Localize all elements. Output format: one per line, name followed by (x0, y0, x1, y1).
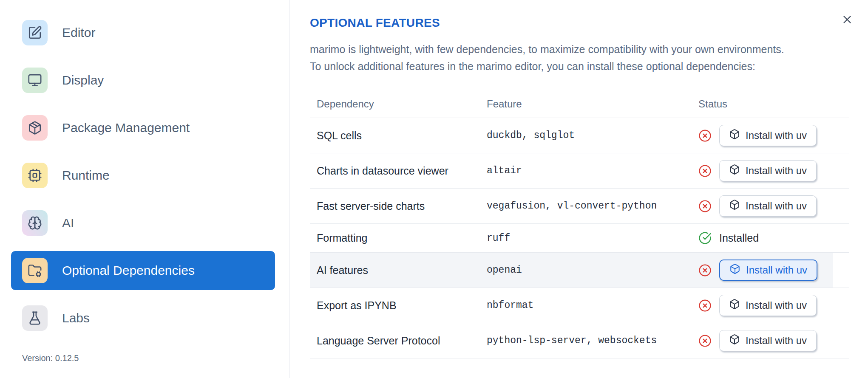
sidebar-item-optional-dependencies[interactable]: Optional Dependencies (11, 251, 275, 290)
sidebar-item-label: Runtime (62, 168, 110, 183)
status-cell: Installed (698, 231, 849, 245)
install-button-label: Install with uv (746, 200, 807, 212)
description-line-1: marimo is lightweight, with few dependen… (310, 43, 784, 55)
sidebar-item-package-management[interactable]: Package Management (11, 108, 275, 147)
sidebar-item-label: Display (62, 73, 104, 87)
table-row: Formatting ruff Installed (310, 224, 849, 253)
feature-cell: nbformat (487, 300, 698, 311)
feature-cell: duckdb, sqlglot (487, 130, 698, 141)
install-with-uv-button[interactable]: Install with uv (719, 195, 817, 217)
status-cell: Install with uv (698, 195, 849, 217)
sidebar-item-editor[interactable]: Editor (11, 13, 275, 52)
page-title: OPTIONAL FEATURES (310, 16, 868, 30)
sidebar-item-ai[interactable]: AI (11, 203, 275, 243)
feature-cell: python-lsp-server, websockets (487, 335, 698, 346)
feature-cell: ruff (487, 233, 698, 244)
sidebar-item-label: Editor (62, 25, 95, 40)
install-button-label: Install with uv (746, 335, 807, 347)
folder-cog-icon (22, 258, 48, 283)
box-icon (729, 334, 740, 347)
table-row: AI features openai Install with uv (310, 253, 849, 288)
sidebar-item-label: Labs (62, 311, 90, 325)
not-installed-icon (698, 299, 712, 312)
status-cell: Install with uv (698, 330, 849, 351)
dependency-cell: Export as IPYNB (310, 299, 487, 312)
column-header-status: Status (698, 98, 849, 110)
not-installed-icon (698, 334, 712, 347)
install-with-uv-button[interactable]: Install with uv (719, 125, 817, 146)
box-icon (729, 299, 740, 312)
dependency-cell: SQL cells (310, 130, 487, 142)
cpu-icon (22, 163, 48, 188)
not-installed-icon (698, 200, 712, 213)
box-icon (729, 129, 740, 142)
feature-cell: openai (487, 265, 698, 276)
install-with-uv-button[interactable]: Install with uv (719, 260, 817, 281)
description: marimo is lightweight, with few dependen… (310, 41, 868, 75)
sidebar-item-runtime[interactable]: Runtime (11, 156, 275, 195)
dependency-cell: Language Server Protocol (310, 335, 487, 347)
feature-cell: vegafusion, vl-convert-python (487, 200, 698, 212)
table-row: SQL cells duckdb, sqlglot Install with u… (310, 118, 849, 153)
sidebar-item-labs[interactable]: Labs (11, 299, 275, 338)
install-button-label: Install with uv (746, 165, 807, 177)
install-with-uv-button[interactable]: Install with uv (719, 295, 817, 316)
description-line-2: To unlock additional features in the mar… (310, 60, 755, 72)
install-with-uv-button[interactable]: Install with uv (719, 160, 817, 181)
version-label: Version: 0.12.5 (22, 353, 79, 363)
sidebar-item-label: AI (62, 216, 74, 230)
settings-sidebar: Editor Display Package Management Runtim… (0, 0, 289, 378)
not-installed-icon (698, 164, 712, 178)
column-header-feature: Feature (487, 98, 698, 110)
sidebar-item-label: Package Management (62, 121, 190, 135)
table-row: Charts in datasource viewer altair Insta… (310, 153, 849, 189)
dependency-cell: AI features (310, 264, 487, 276)
optional-features-panel: OPTIONAL FEATURES marimo is lightweight,… (289, 0, 868, 378)
not-installed-icon (698, 129, 712, 142)
dependency-cell: Fast server-side charts (310, 200, 487, 212)
table-row: Language Server Protocol python-lsp-serv… (310, 323, 849, 358)
install-button-label: Install with uv (746, 264, 807, 276)
sidebar-item-label: Optional Dependencies (62, 263, 195, 278)
feature-cell: altair (487, 165, 698, 176)
status-cell: Install with uv (698, 260, 849, 281)
status-cell: Install with uv (698, 295, 849, 316)
dependency-cell: Formatting (310, 232, 487, 244)
flask-icon (22, 305, 48, 331)
close-icon (841, 13, 854, 27)
table-header-row: Dependency Feature Status (310, 90, 849, 118)
edit-icon (22, 20, 48, 45)
not-installed-icon (698, 264, 712, 277)
table-row: Fast server-side charts vegafusion, vl-c… (310, 189, 849, 224)
status-cell: Install with uv (698, 125, 849, 146)
install-with-uv-button[interactable]: Install with uv (719, 330, 817, 351)
package-icon (22, 115, 48, 141)
install-button-label: Install with uv (746, 299, 807, 311)
brain-icon (22, 210, 48, 236)
dependency-cell: Charts in datasource viewer (310, 165, 487, 177)
box-icon (729, 199, 740, 213)
sidebar-item-display[interactable]: Display (11, 61, 275, 100)
dependencies-table: Dependency Feature Status SQL cells duck… (310, 90, 849, 358)
installed-label: Installed (719, 232, 759, 244)
monitor-icon (22, 68, 48, 93)
status-cell: Install with uv (698, 160, 849, 181)
installed-icon (698, 231, 712, 245)
box-icon (729, 263, 740, 277)
close-button[interactable] (839, 12, 855, 28)
column-header-dependency: Dependency (310, 98, 487, 110)
table-row: Export as IPYNB nbformat Install with uv (310, 288, 849, 323)
install-button-label: Install with uv (746, 130, 807, 141)
box-icon (729, 164, 740, 178)
